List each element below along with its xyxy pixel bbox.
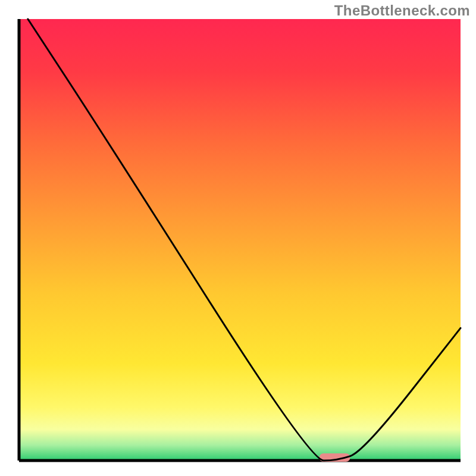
plot-background xyxy=(19,19,461,461)
chart-stage: TheBottleneck.com xyxy=(0,0,476,476)
bottleneck-chart xyxy=(0,0,476,476)
